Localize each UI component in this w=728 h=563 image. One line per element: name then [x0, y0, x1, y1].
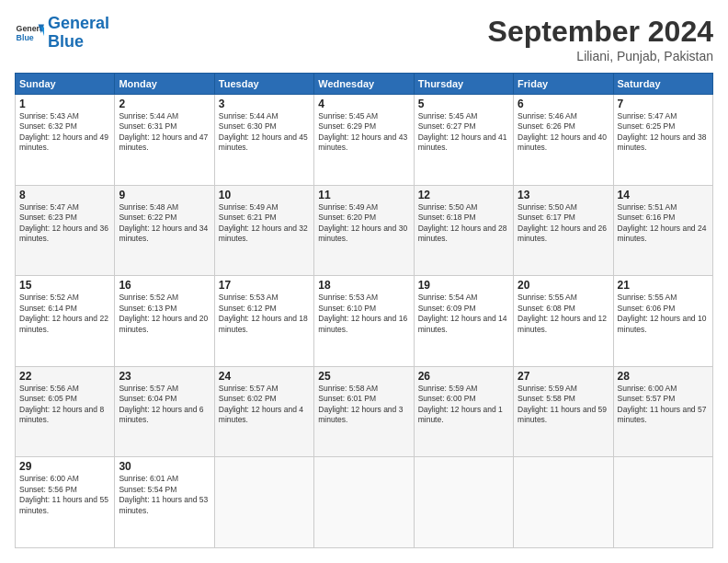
day-number: 22	[19, 370, 110, 383]
calendar-cell: 2 Sunrise: 5:44 AM Sunset: 6:31 PM Dayli…	[115, 95, 214, 186]
day-number: 21	[618, 279, 709, 292]
calendar-cell: 22 Sunrise: 5:56 AM Sunset: 6:05 PM Dayl…	[16, 366, 115, 457]
day-info: Sunrise: 5:53 AM Sunset: 6:12 PM Dayligh…	[219, 293, 310, 335]
day-info: Sunrise: 5:46 AM Sunset: 6:26 PM Dayligh…	[518, 111, 609, 154]
day-number: 8	[19, 189, 110, 201]
day-info: Sunrise: 5:49 AM Sunset: 6:21 PM Dayligh…	[219, 202, 310, 245]
page: General Blue General Blue September 2024…	[0, 0, 728, 563]
weekday-header-monday: Monday	[115, 74, 214, 95]
calendar-cell: 26 Sunrise: 5:59 AM Sunset: 6:00 PM Dayl…	[414, 366, 513, 457]
day-number: 17	[219, 279, 310, 292]
day-info: Sunrise: 5:47 AM Sunset: 6:25 PM Dayligh…	[618, 111, 709, 154]
day-number: 4	[318, 98, 409, 110]
calendar-cell: 8 Sunrise: 5:47 AM Sunset: 6:23 PM Dayli…	[16, 185, 115, 276]
calendar-body: 1 Sunrise: 5:43 AM Sunset: 6:32 PM Dayli…	[16, 95, 713, 548]
calendar-cell: 10 Sunrise: 5:49 AM Sunset: 6:21 PM Dayl…	[214, 185, 313, 276]
weekday-header-sunday: Sunday	[16, 74, 115, 95]
calendar-cell: 17 Sunrise: 5:53 AM Sunset: 6:12 PM Dayl…	[214, 276, 313, 367]
day-number: 1	[19, 98, 110, 110]
calendar-cell: 24 Sunrise: 5:57 AM Sunset: 6:02 PM Dayl…	[214, 366, 313, 457]
calendar-cell: 4 Sunrise: 5:45 AM Sunset: 6:29 PM Dayli…	[314, 95, 414, 186]
day-info: Sunrise: 5:48 AM Sunset: 6:22 PM Dayligh…	[119, 202, 210, 245]
day-number: 12	[418, 189, 509, 201]
calendar-cell: 29 Sunrise: 6:00 AM Sunset: 5:56 PM Dayl…	[16, 457, 115, 548]
day-info: Sunrise: 6:00 AM Sunset: 5:56 PM Dayligh…	[19, 474, 110, 516]
calendar-cell	[514, 457, 613, 548]
day-info: Sunrise: 5:55 AM Sunset: 6:06 PM Dayligh…	[618, 293, 709, 335]
calendar-cell: 23 Sunrise: 5:57 AM Sunset: 6:04 PM Dayl…	[115, 366, 214, 457]
day-number: 6	[518, 98, 609, 110]
day-info: Sunrise: 5:50 AM Sunset: 6:17 PM Dayligh…	[518, 202, 609, 245]
day-number: 18	[318, 279, 409, 292]
day-info: Sunrise: 5:52 AM Sunset: 6:14 PM Dayligh…	[19, 293, 110, 335]
header: General Blue General Blue September 2024…	[15, 15, 713, 63]
day-info: Sunrise: 6:01 AM Sunset: 5:54 PM Dayligh…	[119, 474, 210, 516]
calendar-cell: 21 Sunrise: 5:55 AM Sunset: 6:06 PM Dayl…	[613, 276, 712, 367]
calendar-cell: 28 Sunrise: 6:00 AM Sunset: 5:57 PM Dayl…	[613, 366, 712, 457]
calendar-cell: 30 Sunrise: 6:01 AM Sunset: 5:54 PM Dayl…	[115, 457, 214, 548]
day-number: 7	[618, 98, 709, 110]
day-number: 11	[318, 189, 409, 201]
day-info: Sunrise: 5:45 AM Sunset: 6:29 PM Dayligh…	[318, 111, 409, 154]
calendar-cell	[414, 457, 513, 548]
calendar-cell: 19 Sunrise: 5:54 AM Sunset: 6:09 PM Dayl…	[414, 276, 513, 367]
day-number: 19	[418, 279, 509, 292]
day-info: Sunrise: 5:45 AM Sunset: 6:27 PM Dayligh…	[418, 111, 509, 154]
calendar-cell: 13 Sunrise: 5:50 AM Sunset: 6:17 PM Dayl…	[514, 185, 613, 276]
day-number: 20	[518, 279, 609, 292]
day-info: Sunrise: 5:57 AM Sunset: 6:04 PM Dayligh…	[119, 384, 210, 426]
day-number: 13	[518, 189, 609, 201]
calendar-cell: 20 Sunrise: 5:55 AM Sunset: 6:08 PM Dayl…	[514, 276, 613, 367]
logo-general: General	[48, 14, 109, 32]
calendar-cell: 16 Sunrise: 5:52 AM Sunset: 6:13 PM Dayl…	[115, 276, 214, 367]
calendar-cell: 14 Sunrise: 5:51 AM Sunset: 6:16 PM Dayl…	[613, 185, 712, 276]
weekday-header-tuesday: Tuesday	[214, 74, 313, 95]
day-info: Sunrise: 5:56 AM Sunset: 6:05 PM Dayligh…	[19, 384, 110, 426]
weekday-header-friday: Friday	[514, 74, 613, 95]
day-info: Sunrise: 5:51 AM Sunset: 6:16 PM Dayligh…	[618, 202, 709, 245]
week-row-2: 8 Sunrise: 5:47 AM Sunset: 6:23 PM Dayli…	[16, 185, 713, 276]
logo-icon: General Blue	[15, 18, 44, 48]
day-number: 10	[219, 189, 310, 201]
day-info: Sunrise: 5:47 AM Sunset: 6:23 PM Dayligh…	[19, 202, 110, 245]
weekday-header-wednesday: Wednesday	[314, 74, 414, 95]
week-row-4: 22 Sunrise: 5:56 AM Sunset: 6:05 PM Dayl…	[16, 366, 713, 457]
calendar-cell: 25 Sunrise: 5:58 AM Sunset: 6:01 PM Dayl…	[314, 366, 414, 457]
day-number: 9	[119, 189, 210, 201]
svg-text:Blue: Blue	[17, 33, 34, 42]
day-number: 24	[219, 370, 310, 383]
calendar-cell	[613, 457, 712, 548]
calendar-cell	[214, 457, 313, 548]
day-info: Sunrise: 5:57 AM Sunset: 6:02 PM Dayligh…	[219, 384, 310, 426]
day-number: 29	[19, 460, 110, 473]
calendar-cell: 18 Sunrise: 5:53 AM Sunset: 6:10 PM Dayl…	[314, 276, 414, 367]
day-info: Sunrise: 5:59 AM Sunset: 5:58 PM Dayligh…	[518, 384, 609, 426]
day-number: 26	[418, 370, 509, 383]
day-info: Sunrise: 5:43 AM Sunset: 6:32 PM Dayligh…	[19, 111, 110, 154]
day-number: 23	[119, 370, 210, 383]
day-number: 2	[119, 98, 210, 110]
week-row-1: 1 Sunrise: 5:43 AM Sunset: 6:32 PM Dayli…	[16, 95, 713, 186]
calendar-cell: 1 Sunrise: 5:43 AM Sunset: 6:32 PM Dayli…	[16, 95, 115, 186]
location-title: Liliani, Punjab, Pakistan	[488, 49, 713, 63]
logo: General Blue General Blue	[15, 15, 109, 52]
day-number: 15	[19, 279, 110, 292]
day-info: Sunrise: 5:55 AM Sunset: 6:08 PM Dayligh…	[518, 293, 609, 335]
logo-wordmark: General Blue	[48, 15, 109, 52]
calendar-cell: 27 Sunrise: 5:59 AM Sunset: 5:58 PM Dayl…	[514, 366, 613, 457]
day-number: 16	[119, 279, 210, 292]
calendar-table: SundayMondayTuesdayWednesdayThursdayFrid…	[15, 73, 713, 548]
logo-blue: Blue	[48, 32, 84, 51]
calendar-cell: 11 Sunrise: 5:49 AM Sunset: 6:20 PM Dayl…	[314, 185, 414, 276]
calendar-cell: 12 Sunrise: 5:50 AM Sunset: 6:18 PM Dayl…	[414, 185, 513, 276]
week-row-3: 15 Sunrise: 5:52 AM Sunset: 6:14 PM Dayl…	[16, 276, 713, 367]
day-number: 5	[418, 98, 509, 110]
calendar-cell: 5 Sunrise: 5:45 AM Sunset: 6:27 PM Dayli…	[414, 95, 513, 186]
day-number: 3	[219, 98, 310, 110]
week-row-5: 29 Sunrise: 6:00 AM Sunset: 5:56 PM Dayl…	[16, 457, 713, 548]
day-info: Sunrise: 6:00 AM Sunset: 5:57 PM Dayligh…	[618, 384, 709, 426]
calendar-cell	[314, 457, 414, 548]
calendar-cell: 6 Sunrise: 5:46 AM Sunset: 6:26 PM Dayli…	[514, 95, 613, 186]
calendar-cell: 3 Sunrise: 5:44 AM Sunset: 6:30 PM Dayli…	[214, 95, 313, 186]
day-info: Sunrise: 5:59 AM Sunset: 6:00 PM Dayligh…	[418, 384, 509, 426]
